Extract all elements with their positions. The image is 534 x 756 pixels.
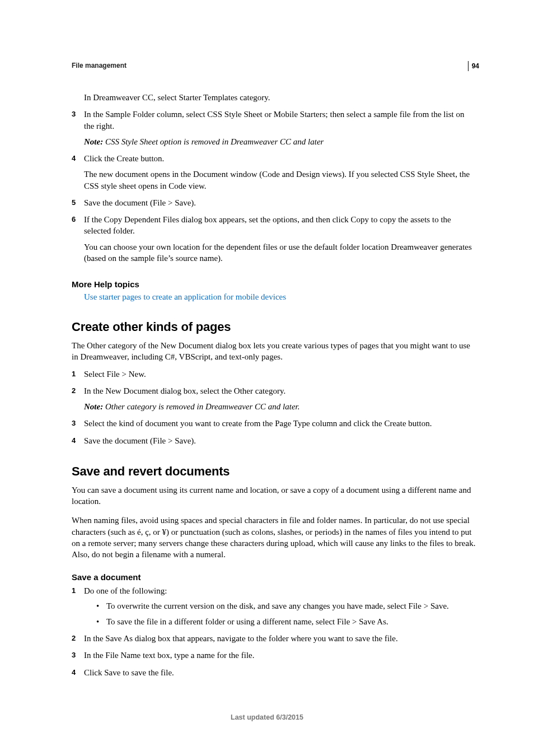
item-subtext: You can choose your own location for the… — [84, 241, 476, 264]
item-subtext: The new document opens in the Document w… — [84, 169, 476, 192]
note-text: Other category is removed in Dreamweaver… — [105, 402, 300, 411]
section-create-other-heading: Create other kinds of pages — [72, 320, 476, 334]
item-number: 2 — [72, 386, 76, 396]
save-document-numlist: 1 Do one of the following: To overwrite … — [72, 585, 476, 678]
list-item: 6 If the Copy Dependent Files dialog box… — [72, 214, 476, 264]
list-item: 1 Do one of the following: To overwrite … — [72, 585, 476, 627]
list-item: 1 Select File > New. — [72, 368, 476, 380]
list-item: 3 In the File Name text box, type a name… — [72, 650, 476, 661]
section-b-p2: When naming files, avoid using spaces an… — [72, 515, 476, 560]
item-text: If the Copy Dependent Files dialog box a… — [84, 215, 451, 235]
item-number: 5 — [72, 198, 76, 208]
list-item: 5 Save the document (File > Save). — [72, 197, 476, 208]
note-label: Note: — [84, 402, 105, 411]
item-text: Select the kind of document you want to … — [84, 419, 432, 428]
item-text: Click Save to save the file. — [84, 668, 174, 677]
item-text: In the File Name text box, type a name f… — [84, 651, 254, 660]
save-document-heading: Save a document — [72, 572, 476, 582]
section-b-p1: You can save a document using its curren… — [72, 484, 476, 507]
item-note: Note: CSS Style Sheet option is removed … — [84, 136, 476, 147]
list-item: 2 In the Save As dialog box that appears… — [72, 633, 476, 644]
chapter-header: File management — [72, 62, 476, 69]
item-text: In the New Document dialog box, select t… — [84, 386, 285, 395]
item-text: Click the Create button. — [84, 154, 164, 163]
section-a-numlist: 1 Select File > New. 2 In the New Docume… — [72, 368, 476, 446]
item-number: 4 — [72, 436, 76, 446]
intro-line: In Dreamweaver CC, select Starter Templa… — [84, 92, 476, 103]
footer-last-updated: Last updated 6/3/2015 — [0, 713, 534, 721]
item-text: Select File > New. — [84, 370, 146, 379]
page-number-wrap: 94 — [468, 60, 479, 71]
item-number: 2 — [72, 633, 76, 643]
more-help-heading: More Help topics — [72, 279, 476, 289]
item-number: 3 — [72, 650, 76, 660]
page-number: 94 — [468, 61, 479, 71]
note-text: CSS Style Sheet option is removed in Dre… — [105, 137, 324, 146]
item-text: In the Save As dialog box that appears, … — [84, 634, 398, 643]
list-item: 4 Save the document (File > Save). — [72, 435, 476, 446]
item-text: Save the document (File > Save). — [84, 436, 196, 445]
item-number: 1 — [72, 586, 76, 596]
section-save-revert-heading: Save and revert documents — [72, 464, 476, 479]
list-item: 4 Click the Create button. The new docum… — [72, 153, 476, 192]
list-item: 3 Select the kind of document you want t… — [72, 418, 476, 429]
list-item: 3 In the Sample Folder column, select CS… — [72, 109, 476, 147]
page: 94 File management In Dreamweaver CC, se… — [0, 0, 534, 756]
section-a-intro: The Other category of the New Document d… — [72, 340, 476, 363]
note-label: Note: — [84, 137, 105, 146]
item-text: In the Sample Folder column, select CSS … — [84, 110, 464, 130]
bullet-item: To save the file in a different folder o… — [96, 616, 476, 627]
item-number: 6 — [72, 214, 76, 225]
list-item: 2 In the New Document dialog box, select… — [72, 385, 476, 413]
item-number: 4 — [72, 668, 76, 678]
bullet-list: To overwrite the current version on the … — [84, 600, 476, 628]
item-note: Note: Other category is removed in Dream… — [84, 401, 476, 412]
item-text: Do one of the following: — [84, 586, 167, 595]
more-help-link[interactable]: Use starter pages to create an applicati… — [84, 292, 476, 302]
bullet-item: To overwrite the current version on the … — [96, 600, 476, 612]
item-number: 1 — [72, 369, 76, 379]
item-number: 3 — [72, 109, 76, 119]
item-number: 4 — [72, 153, 76, 164]
list-item: 4 Click Save to save the file. — [72, 667, 476, 678]
item-number: 3 — [72, 418, 76, 428]
item-text: Save the document (File > Save). — [84, 198, 196, 207]
top-numlist: 3 In the Sample Folder column, select CS… — [72, 109, 476, 264]
